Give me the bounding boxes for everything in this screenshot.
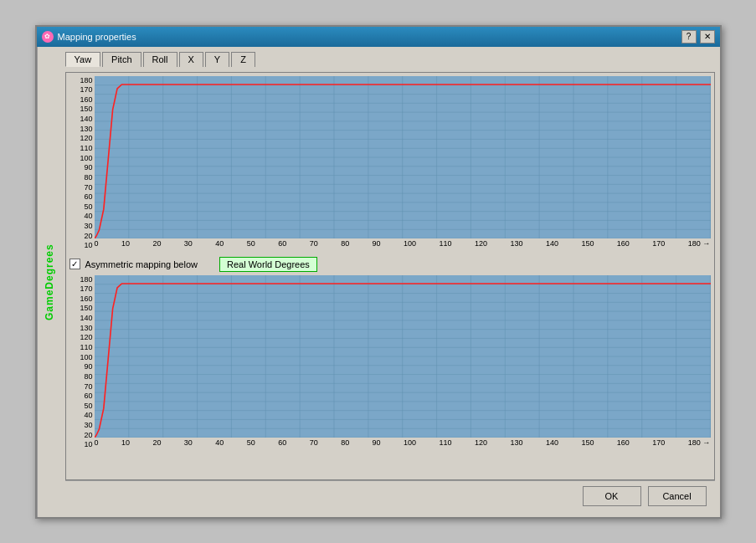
window-content: GameDegrees Yaw Pitch Roll X Y Z 180 [37,47,720,517]
y-axis-top: 180 170 160 150 140 130 120 110 100 90 8… [69,76,95,252]
cancel-button[interactable]: Cancel [648,486,707,506]
side-label-panel: GameDegrees [37,47,60,517]
chart-top-with-x: 0 10 20 30 40 50 60 70 80 90 100 110 [95,76,711,252]
app-icon: ✿ [42,31,54,43]
title-bar: ✿ Mapping properties ? ✕ [37,27,720,47]
main-window: ✿ Mapping properties ? ✕ GameDegrees Yaw… [35,25,722,519]
tab-roll[interactable]: Roll [143,52,177,67]
chart-bottom-svg-area [95,275,711,438]
bottom-bar: OK Cancel [65,480,715,512]
window-title: Mapping properties [58,32,136,42]
chart-bottom-svg [95,275,711,438]
tab-pitch[interactable]: Pitch [102,52,141,67]
game-degrees-label: GameDegrees [43,243,54,320]
real-world-badge: Real World Degrees [219,257,317,272]
chart-bottom-with-x: 0 10 20 30 40 50 60 70 80 90 100 110 [95,275,711,451]
tab-z[interactable]: Z [231,52,255,67]
y-axis-bottom: 180 170 160 150 140 130 120 110 100 90 8… [69,275,95,451]
close-button[interactable]: ✕ [700,30,715,44]
content-panel: 180 170 160 150 140 130 120 110 100 90 8… [65,72,715,480]
tab-y[interactable]: Y [205,52,229,67]
x-axis-bottom: 0 10 20 30 40 50 60 70 80 90 100 110 [95,438,711,451]
title-bar-left: ✿ Mapping properties [42,31,136,43]
x-axis-top: 0 10 20 30 40 50 60 70 80 90 100 110 [95,238,711,252]
tab-bar: Yaw Pitch Roll X Y Z [65,52,715,67]
ok-button[interactable]: OK [583,486,641,506]
chart-top-wrapper: 180 170 160 150 140 130 120 110 100 90 8… [69,76,711,252]
tab-x[interactable]: X [179,52,203,67]
title-bar-right: ? ✕ [681,30,715,44]
chart-bottom-wrapper: 180 170 160 150 140 130 120 110 100 90 8… [69,275,711,451]
asymmetric-label: Asymmetric mapping below [85,259,198,269]
help-button[interactable]: ? [681,30,697,44]
real-world-text: Real World Degrees [227,259,310,269]
asymmetric-row: ✓ Asymmetric mapping below Real World De… [69,254,711,275]
tab-yaw[interactable]: Yaw [65,52,101,67]
checkmark: ✓ [71,259,78,269]
main-area: Yaw Pitch Roll X Y Z 180 170 160 150 [60,47,720,517]
asymmetric-checkbox[interactable]: ✓ [69,259,80,269]
chart-top-svg [95,76,711,238]
chart-top-svg-area [95,76,711,238]
